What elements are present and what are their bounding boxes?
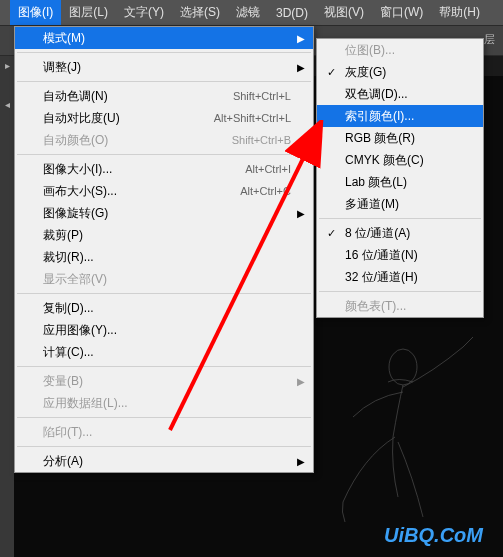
menu-label: 自动颜色(O) bbox=[43, 132, 108, 149]
separator bbox=[319, 291, 481, 292]
mode-32bit[interactable]: 32 位/通道(H) bbox=[317, 266, 483, 288]
mode-colortable: 颜色表(T)... bbox=[317, 295, 483, 317]
menu-crop[interactable]: 裁剪(P) bbox=[15, 224, 313, 246]
mode-16bit[interactable]: 16 位/通道(N) bbox=[317, 244, 483, 266]
menu-label: 变量(B) bbox=[43, 373, 83, 390]
separator bbox=[17, 417, 311, 418]
tab-icon[interactable]: ▸ bbox=[0, 56, 14, 75]
chevron-right-icon: ▶ bbox=[297, 208, 305, 219]
mode-grayscale[interactable]: ✓ 灰度(G) bbox=[317, 61, 483, 83]
shortcut: Alt+Shift+Ctrl+L bbox=[214, 112, 291, 124]
menu-label: 多通道(M) bbox=[345, 196, 399, 213]
check-icon: ✓ bbox=[327, 66, 336, 79]
menu-label: 8 位/通道(A) bbox=[345, 225, 410, 242]
shortcut: Shift+Ctrl+B bbox=[232, 134, 291, 146]
menu-label: 图像大小(I)... bbox=[43, 161, 112, 178]
menu-label: 32 位/通道(H) bbox=[345, 269, 418, 286]
menu-label: 应用数据组(L)... bbox=[43, 395, 128, 412]
separator bbox=[17, 81, 311, 82]
menu-image-rotation[interactable]: 图像旋转(G) ▶ bbox=[15, 202, 313, 224]
menu-label: 索引颜色(I)... bbox=[345, 108, 414, 125]
menu-canvas-size[interactable]: 画布大小(S)... Alt+Ctrl+C bbox=[15, 180, 313, 202]
chevron-right-icon: ▶ bbox=[297, 456, 305, 467]
separator bbox=[17, 52, 311, 53]
mode-bitmap: 位图(B)... bbox=[317, 39, 483, 61]
tab-icon[interactable]: ◂ bbox=[0, 95, 14, 114]
shortcut: Alt+Ctrl+I bbox=[245, 163, 291, 175]
menu-label: 计算(C)... bbox=[43, 344, 94, 361]
shortcut: Shift+Ctrl+L bbox=[233, 90, 291, 102]
menu-calculations[interactable]: 计算(C)... bbox=[15, 341, 313, 363]
menu-3d[interactable]: 3D(D) bbox=[268, 2, 316, 24]
menu-layer[interactable]: 图层(L) bbox=[61, 0, 116, 25]
mode-duotone[interactable]: 双色调(D)... bbox=[317, 83, 483, 105]
chevron-right-icon: ▶ bbox=[297, 33, 305, 44]
menu-label: RGB 颜色(R) bbox=[345, 130, 415, 147]
menu-label: 分析(A) bbox=[43, 453, 83, 470]
menu-window[interactable]: 窗口(W) bbox=[372, 0, 431, 25]
menu-select[interactable]: 选择(S) bbox=[172, 0, 228, 25]
shortcut: Alt+Ctrl+C bbox=[240, 185, 291, 197]
mode-indexed-color[interactable]: 索引颜色(I)... bbox=[317, 105, 483, 127]
chevron-right-icon: ▶ bbox=[297, 62, 305, 73]
menu-filter[interactable]: 滤镜 bbox=[228, 0, 268, 25]
mode-submenu: 位图(B)... ✓ 灰度(G) 双色调(D)... 索引颜色(I)... RG… bbox=[316, 38, 484, 318]
menu-auto-contrast[interactable]: 自动对比度(U) Alt+Shift+Ctrl+L bbox=[15, 107, 313, 129]
left-panel: ▸ ◂ bbox=[0, 56, 14, 557]
menu-label: 自动对比度(U) bbox=[43, 110, 120, 127]
watermark: UiBQ.CoM bbox=[384, 524, 483, 547]
canvas-image bbox=[303, 327, 483, 527]
mode-8bit[interactable]: ✓ 8 位/通道(A) bbox=[317, 222, 483, 244]
mode-lab[interactable]: Lab 颜色(L) bbox=[317, 171, 483, 193]
menu-image-size[interactable]: 图像大小(I)... Alt+Ctrl+I bbox=[15, 158, 313, 180]
menu-label: 显示全部(V) bbox=[43, 271, 107, 288]
menu-auto-tone[interactable]: 自动色调(N) Shift+Ctrl+L bbox=[15, 85, 313, 107]
menu-label: 模式(M) bbox=[43, 30, 85, 47]
menu-mode[interactable]: 模式(M) ▶ bbox=[15, 27, 313, 49]
menu-label: 颜色表(T)... bbox=[345, 298, 406, 315]
menu-adjustments[interactable]: 调整(J) ▶ bbox=[15, 56, 313, 78]
menu-help[interactable]: 帮助(H) bbox=[431, 0, 488, 25]
separator bbox=[17, 154, 311, 155]
menu-variables: 变量(B) ▶ bbox=[15, 370, 313, 392]
separator bbox=[17, 446, 311, 447]
menu-label: 图像旋转(G) bbox=[43, 205, 108, 222]
image-menu: 模式(M) ▶ 调整(J) ▶ 自动色调(N) Shift+Ctrl+L 自动对… bbox=[14, 26, 314, 473]
menubar: 图像(I) 图层(L) 文字(Y) 选择(S) 滤镜 3D(D) 视图(V) 窗… bbox=[0, 0, 503, 26]
menu-image[interactable]: 图像(I) bbox=[10, 0, 61, 25]
menu-reveal-all: 显示全部(V) bbox=[15, 268, 313, 290]
menu-label: 调整(J) bbox=[43, 59, 81, 76]
mode-cmyk[interactable]: CMYK 颜色(C) bbox=[317, 149, 483, 171]
menu-label: 复制(D)... bbox=[43, 300, 94, 317]
menu-label: 自动色调(N) bbox=[43, 88, 108, 105]
menu-label: CMYK 颜色(C) bbox=[345, 152, 424, 169]
menu-trap: 陷印(T)... bbox=[15, 421, 313, 443]
menu-label: 裁剪(P) bbox=[43, 227, 83, 244]
separator bbox=[17, 366, 311, 367]
mode-rgb[interactable]: RGB 颜色(R) bbox=[317, 127, 483, 149]
menu-duplicate[interactable]: 复制(D)... bbox=[15, 297, 313, 319]
menu-label: 16 位/通道(N) bbox=[345, 247, 418, 264]
menu-apply-dataset: 应用数据组(L)... bbox=[15, 392, 313, 414]
menu-view[interactable]: 视图(V) bbox=[316, 0, 372, 25]
menu-label: 画布大小(S)... bbox=[43, 183, 117, 200]
menu-trim[interactable]: 裁切(R)... bbox=[15, 246, 313, 268]
mode-multichannel[interactable]: 多通道(M) bbox=[317, 193, 483, 215]
menu-label: 陷印(T)... bbox=[43, 424, 92, 441]
menu-analysis[interactable]: 分析(A) ▶ bbox=[15, 450, 313, 472]
toolbar-text: 层 bbox=[484, 32, 495, 47]
menu-label: 位图(B)... bbox=[345, 42, 395, 59]
menu-label: 双色调(D)... bbox=[345, 86, 408, 103]
menu-apply-image[interactable]: 应用图像(Y)... bbox=[15, 319, 313, 341]
check-icon: ✓ bbox=[327, 227, 336, 240]
menu-label: 裁切(R)... bbox=[43, 249, 94, 266]
menu-label: 应用图像(Y)... bbox=[43, 322, 117, 339]
menu-text[interactable]: 文字(Y) bbox=[116, 0, 172, 25]
menu-auto-color: 自动颜色(O) Shift+Ctrl+B bbox=[15, 129, 313, 151]
menu-label: 灰度(G) bbox=[345, 64, 386, 81]
menu-label: Lab 颜色(L) bbox=[345, 174, 407, 191]
separator bbox=[17, 293, 311, 294]
separator bbox=[319, 218, 481, 219]
chevron-right-icon: ▶ bbox=[297, 376, 305, 387]
